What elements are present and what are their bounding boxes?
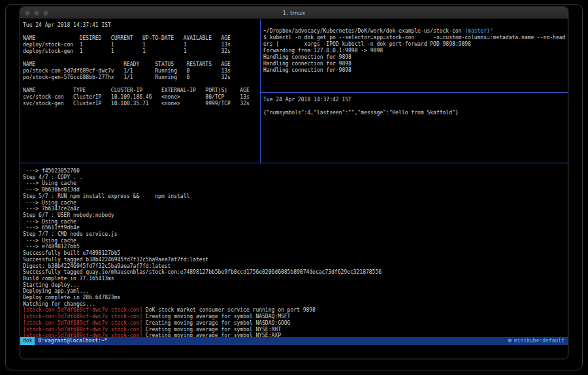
session-name-badge[interactable]: dok: [20, 337, 35, 345]
terminal-line: [stock-con-5d7df689cf-dwc7v stock-con] D…: [23, 307, 568, 314]
terminal-line: {"numsymbols":4,"lastseen":"","message":…: [263, 110, 568, 116]
minimize-window-button[interactable]: [34, 10, 39, 16]
terminal-line: po/stock-gen-576cc688bb-277hx 1/1 Runnin…: [23, 74, 260, 81]
terminal-line: Step 7/7 : CMD node service.js: [23, 231, 568, 238]
terminal-line: svc/stock-con ClusterIP 10.109.186.46 <n…: [23, 94, 260, 101]
kube-context-label: minikube:default: [514, 337, 564, 345]
terminal-line: Deploying app.yaml...: [23, 288, 568, 295]
tmux-terminal: Tue 24 Apr 2018 14:37:41 ISTNAME DESIRED…: [20, 19, 568, 337]
terminal-line: Step 6/7 : USER nobody:nobody: [23, 212, 568, 219]
terminal-line: [23, 55, 260, 61]
terminal-line: Build complete in 77.165413ms: [23, 276, 568, 282]
terminal-line: Tue 24 Apr 2018 14:37:41 IST: [23, 22, 260, 29]
terminal-line: ---> Using cache: [23, 238, 568, 244]
terminal-line: ---> Using cache: [23, 219, 568, 225]
terminal-line: Watching for changes...: [23, 301, 568, 308]
terminal-line: ers | xargs -IPOD kubectl -n dok port-fo…: [263, 41, 568, 48]
terminal-line: [stock-con-5d7df689cf-dwc7v stock-con] C…: [23, 333, 568, 337]
screen: 1. tmux Tue 24 Apr 2018 14:37:41 ISTNAME…: [0, 0, 588, 375]
tmux-status-bar: dok 0:vagrant@localhost:~* ☸ minikube:de…: [20, 337, 568, 345]
terminal-line: ---> Using cache: [23, 200, 568, 206]
terminal-line: [23, 29, 260, 35]
terminal-line: [stock-con-5d7df689cf-dwc7v stock-con] C…: [23, 314, 568, 320]
terminal-line: [stock-con-5d7df689cf-dwc7v stock-con] C…: [23, 327, 568, 333]
terminal-window: 1. tmux Tue 24 Apr 2018 14:37:41 ISTNAME…: [20, 7, 568, 359]
zoom-window-button[interactable]: [43, 10, 48, 16]
window-title: 1. tmux: [20, 10, 568, 16]
terminal-line: Successfully tagged b38b42246945fd7f32c5…: [23, 257, 568, 263]
terminal-line: [263, 103, 568, 110]
pane-skaffold-build-log[interactable]: ---> f45623052760Step 4/7 : COPY . . ---…: [20, 163, 568, 337]
terminal-line: Forwarding from 127.0.0.1:9898 -> 9898: [263, 48, 568, 54]
terminal-line: Handling connection for 9898: [263, 54, 568, 61]
terminal-line: Digest: b38b42246945fd7f32c5ba9aea7af7fd…: [23, 263, 568, 270]
terminal-line: Step 4/7 : COPY . .: [23, 174, 568, 181]
terminal-line: NAME TYPE CLUSTER-IP EXTERNAL-IP PORT(S)…: [23, 88, 260, 94]
terminal-line: ---> 0b636bd013dd: [23, 187, 568, 193]
top-pane-row: Tue 24 Apr 2018 14:37:41 ISTNAME DESIRED…: [20, 19, 568, 163]
terminal-line: ---> 65611ff9db4e: [23, 225, 568, 231]
terminal-line: NAME READY STATUS RESTARTS AGE: [23, 61, 260, 68]
terminal-line: Tue 24 Apr 2018 14:37:42 IST: [263, 97, 568, 103]
status-right: ☸ minikube:default: [508, 337, 568, 345]
terminal-line: Step 5/7 : RUN npm install express && np…: [23, 193, 568, 200]
terminal-line: Successfully built e74898127bb5: [23, 250, 568, 257]
terminal-line: Starting deploy...: [23, 282, 568, 289]
kubernetes-context-icon: ☸: [508, 337, 512, 345]
terminal-line: $ kubectl -n dok get po --selector=app=s…: [263, 35, 568, 41]
status-window-item[interactable]: 0:vagrant@localhost:~*: [35, 337, 110, 345]
titlebar: 1. tmux: [20, 7, 568, 19]
terminal-line: [23, 81, 260, 88]
pane-service-watch[interactable]: Tue 24 Apr 2018 14:37:42 IST{"numsymbols…: [261, 93, 568, 163]
close-window-button[interactable]: [25, 10, 30, 16]
right-pane-column: ~/Dropbox/advocacy/Kubernetes/DoK/work/d…: [261, 19, 568, 163]
terminal-line: Handling connection for 9898: [263, 61, 568, 67]
terminal-line: Deploy complete in 286.647823ms: [23, 295, 568, 301]
terminal-line: [stock-con-5d7df689cf-dwc7v stock-con] C…: [23, 320, 568, 327]
terminal-line: ~/Dropbox/advocacy/Kubernetes/DoK/work/d…: [263, 28, 568, 35]
pane-kubectl-resources[interactable]: Tue 24 Apr 2018 14:37:41 ISTNAME DESIRED…: [20, 19, 260, 163]
terminal-line: deploy/stock-gen 1 1 1 1 32s: [23, 48, 260, 55]
terminal-line: deploy/stock-con 1 1 1 1 13s: [23, 42, 260, 48]
terminal-line: Successfully tagged quay.io/mhausenblas/…: [23, 269, 568, 276]
traffic-lights: [25, 10, 48, 16]
terminal-line: ---> Using cache: [23, 180, 568, 187]
terminal-line: svc/stock-gen ClusterIP 10.100.35.71 <no…: [23, 101, 260, 107]
terminal-line: ---> e74898127bb5: [23, 244, 568, 250]
pane-port-forward[interactable]: ~/Dropbox/advocacy/Kubernetes/DoK/work/d…: [261, 19, 568, 92]
terminal-line: ---> f45623052760: [23, 168, 568, 174]
terminal-line: ---> 7b6347ce2a4c: [23, 206, 568, 212]
terminal-line: Handling connection for 9898: [263, 67, 568, 74]
window-bottom-filler: [20, 345, 568, 359]
terminal-line: po/stock-con-5d7df689cf-dwc7v 1/1 Runnin…: [23, 68, 260, 74]
terminal-line: NAME DESIRED CURRENT UP-TO-DATE AVAILABL…: [23, 35, 260, 42]
